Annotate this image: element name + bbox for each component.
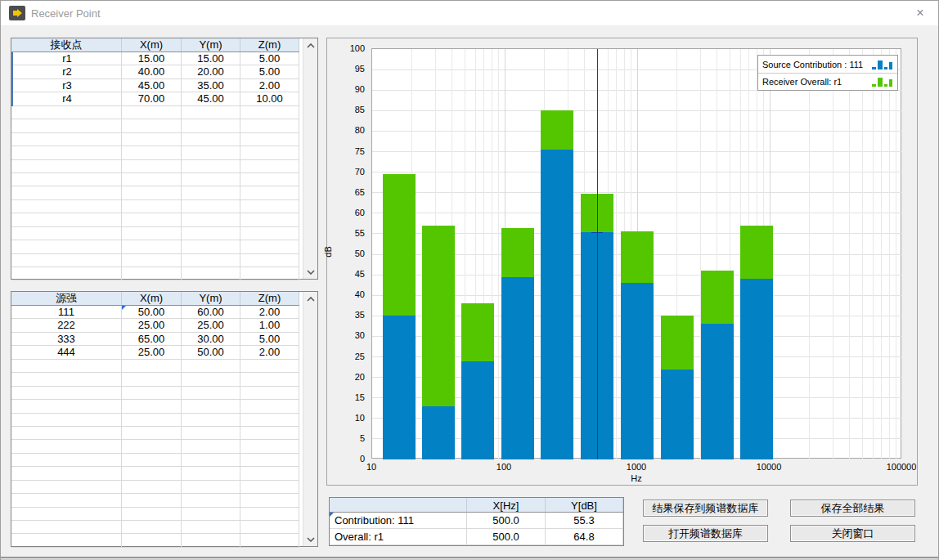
table-cell[interactable] [182,534,240,547]
table-row[interactable] [11,414,299,427]
table-cell[interactable] [240,373,299,386]
table-cell[interactable] [182,267,240,280]
table-cell[interactable] [11,240,122,253]
table-cell[interactable]: 45.00 [122,79,182,92]
table-row[interactable] [11,267,299,280]
table-cell[interactable] [240,387,299,400]
table-cell[interactable] [122,387,182,400]
table-cell[interactable]: 2.00 [240,346,299,359]
table-row[interactable]: r345.0035.002.00 [11,79,299,92]
table-cell[interactable] [122,160,182,173]
save-all-results-button[interactable]: 保存全部结果 [790,500,915,517]
table-cell[interactable] [182,454,240,467]
table-cell[interactable] [240,508,299,521]
table-cell[interactable] [182,400,240,413]
table-cell[interactable] [240,106,299,119]
table-cell[interactable] [122,521,182,534]
table-cell[interactable] [11,200,122,213]
table-cell[interactable] [182,373,240,386]
table-cell[interactable] [182,160,240,173]
table-cell[interactable] [11,400,122,413]
table-cell[interactable] [122,254,182,267]
table-cell[interactable]: 5.00 [240,52,299,65]
table-cell[interactable] [122,427,182,440]
table-cell[interactable] [182,146,240,159]
table-cell[interactable] [122,481,182,494]
legend-item-contribution[interactable]: Source Contribution : 111 [758,56,897,73]
table-row[interactable] [11,387,299,400]
table-cell[interactable]: 50.00 [182,346,240,359]
table-cell[interactable] [122,119,182,132]
table-cell[interactable] [122,373,182,386]
table-cell[interactable]: 25.00 [182,319,240,332]
table-cell[interactable] [182,227,240,240]
scroll-up-icon[interactable] [303,38,317,52]
table-row[interactable]: 44425.0050.002.00 [11,346,299,359]
table-cell[interactable]: 1.00 [240,319,299,332]
receiver-table-scrollbar[interactable] [303,38,317,279]
table-cell[interactable] [182,387,240,400]
table-cell[interactable] [240,133,299,146]
table-cell[interactable] [11,427,122,440]
table-cell[interactable]: 2.00 [240,306,299,319]
table-cell[interactable] [182,213,240,226]
table-cell[interactable] [11,133,122,146]
table-cell[interactable] [240,227,299,240]
table-cell[interactable] [182,254,240,267]
table-cell[interactable]: 30.00 [182,333,240,346]
table-row[interactable]: r470.0045.0010.00 [11,92,299,105]
table-cell[interactable] [122,240,182,253]
table-cell[interactable] [11,481,122,494]
table-cell[interactable] [11,521,122,534]
table-cell[interactable]: r1 [13,52,122,65]
table-cell[interactable] [182,106,240,119]
table-cell[interactable] [11,119,122,132]
table-cell[interactable]: 15.00 [122,52,182,65]
table-row[interactable] [11,160,299,173]
table-cell[interactable] [11,186,122,199]
table-cell[interactable] [182,133,240,146]
table-cell[interactable] [182,360,240,373]
table-cell[interactable]: 5.00 [240,333,299,346]
table-cell[interactable]: 500.0 [467,529,546,545]
scroll-down-icon[interactable] [303,532,317,546]
table-row[interactable] [11,227,299,240]
table-row[interactable]: 22225.0025.001.00 [11,319,299,332]
table-cell[interactable]: Overall: r1 [330,529,467,545]
table-cell[interactable] [240,240,299,253]
table-cell[interactable] [122,400,182,413]
table-cell[interactable] [240,427,299,440]
table-cell[interactable] [240,414,299,427]
table-cell[interactable]: 500.0 [467,513,546,529]
table-row[interactable] [11,440,299,453]
table-cell[interactable]: 25.00 [122,346,182,359]
table-cell[interactable] [240,213,299,226]
table-row[interactable]: 11150.0060.002.00 [11,306,299,319]
table-row[interactable] [11,521,299,534]
table-cell[interactable]: 35.00 [182,79,240,92]
table-cell[interactable] [182,200,240,213]
table-cell[interactable] [182,467,240,480]
table-cell[interactable] [122,200,182,213]
table-row[interactable] [11,146,299,159]
table-cell[interactable] [122,146,182,159]
table-row[interactable]: r115.0015.005.00 [11,52,299,65]
table-cell[interactable]: 15.00 [182,52,240,65]
table-cell[interactable] [122,267,182,280]
table-row[interactable] [11,186,299,199]
table-cell[interactable]: 64.8 [546,529,623,545]
table-cell[interactable] [240,481,299,494]
table-cell[interactable] [11,414,122,427]
close-window-button[interactable]: 关闭窗口 [790,525,915,542]
table-cell[interactable] [182,414,240,427]
close-icon[interactable]: × [910,4,930,22]
table-row[interactable] [11,213,299,226]
table-row[interactable] [11,133,299,146]
table-cell[interactable] [240,186,299,199]
table-cell[interactable] [122,508,182,521]
table-cell[interactable] [182,440,240,453]
table-cell[interactable] [11,267,122,280]
table-cell[interactable] [11,373,122,386]
table-cell[interactable] [240,146,299,159]
plot-area[interactable] [371,48,901,459]
